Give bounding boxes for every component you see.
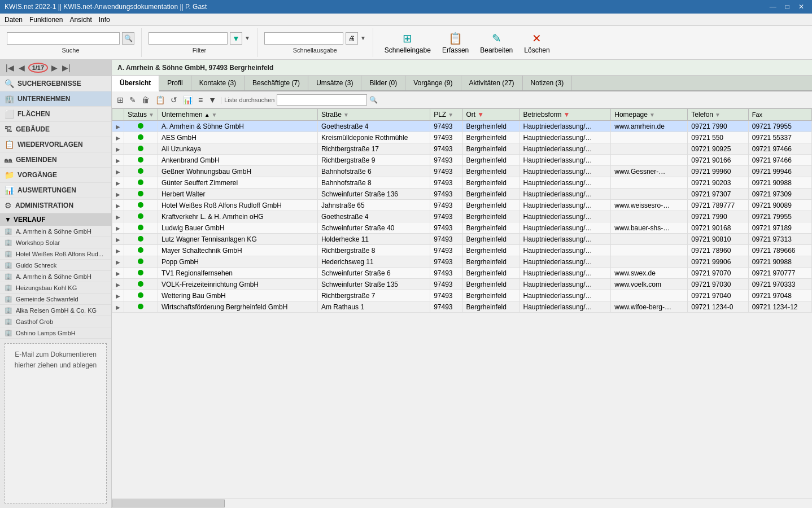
row-expand[interactable]: ▶ — [112, 234, 124, 245]
verlauf-item[interactable]: 🏢Workshop Solar — [0, 237, 111, 248]
tab-vorgaenge[interactable]: Vorgänge (9) — [405, 76, 461, 90]
schnellausgabe-print-button[interactable]: 🖨 — [346, 32, 358, 45]
table-row[interactable]: ▶ Lutz Wagner Tennisanlagen KG Holderhec… — [112, 234, 812, 245]
filter-icon[interactable]: ▼ — [230, 32, 242, 45]
col-strasse-header[interactable]: Straße ▼ — [317, 109, 430, 121]
row-expand[interactable]: ▶ — [112, 132, 124, 143]
row-expand[interactable]: ▶ — [112, 301, 124, 313]
row-expand[interactable]: ▶ — [112, 189, 124, 200]
row-expand[interactable]: ▶ — [112, 256, 124, 268]
plz-filter-icon[interactable]: ▼ — [448, 112, 453, 118]
table-row[interactable]: ▶ TV1 Regionalfernsehen Schweinfurter St… — [112, 268, 812, 279]
row-expand[interactable]: ▶ — [112, 177, 124, 189]
betriebsform-filter-icon-active[interactable]: ▼ — [564, 111, 570, 119]
schnellausgabe-dropdown[interactable]: ▼ — [360, 35, 366, 41]
erfassen-button[interactable]: 📋 Erfassen — [438, 29, 473, 56]
search-input[interactable] — [7, 32, 120, 45]
maximize-button[interactable]: □ — [782, 3, 793, 11]
verlauf-item[interactable]: 🏢Alka Reisen GmbH & Co. KG — [0, 305, 111, 316]
table-row[interactable]: ▶ Günter Seuffert Zimmerei Bahnhofstraße… — [112, 177, 812, 189]
row-expand[interactable]: ▶ — [112, 143, 124, 155]
list-tool-chart[interactable]: 📊 — [181, 95, 194, 105]
verlauf-item[interactable]: 🏢Heizungsbau Kohl KG — [0, 282, 111, 294]
sidebar-item-administration[interactable]: ⚙ ADMINISTRATION — [0, 198, 111, 213]
row-expand[interactable]: ▶ — [112, 279, 124, 290]
row-expand[interactable]: ▶ — [112, 290, 124, 301]
table-row[interactable]: ▶ Wirtschaftsförderung Bergrheinfeld Gmb… — [112, 301, 812, 313]
row-expand[interactable]: ▶ — [112, 222, 124, 234]
verlauf-item[interactable]: 🏢A. Amrhein & Söhne GmbH — [0, 226, 111, 237]
tab-umsaetze[interactable]: Umsätze (3) — [308, 76, 361, 90]
verlauf-item[interactable]: 🏢Gemeinde Schwanfeld — [0, 294, 111, 305]
tab-beschaeftigte[interactable]: Beschäftigte (7) — [245, 76, 308, 90]
verlauf-item[interactable]: 🏢Guido Schreck — [0, 260, 111, 271]
bearbeiten-button[interactable]: ✎ Bearbeiten — [475, 29, 517, 56]
menu-info[interactable]: Info — [99, 16, 110, 24]
nav-next-button[interactable]: ▶ — [50, 63, 59, 72]
sidebar-item-flaechen[interactable]: ⬜ FLÄCHEN — [0, 107, 111, 122]
list-tool-menu[interactable]: ≡ — [197, 95, 204, 105]
unternehmen-filter-icon[interactable]: ▼ — [212, 112, 217, 118]
filter-input[interactable] — [149, 32, 228, 45]
table-row[interactable]: ▶ A. Amrhein & Söhne GmbH Goethestraße 4… — [112, 121, 812, 132]
col-plz-header[interactable]: PLZ ▼ — [430, 109, 462, 121]
tab-bilder[interactable]: Bilder (0) — [361, 76, 405, 90]
row-expand[interactable]: ▶ — [112, 245, 124, 256]
ort-filter-icon-active[interactable]: ▼ — [477, 111, 484, 119]
scroll-thumb[interactable] — [112, 500, 225, 507]
sidebar-item-auswertungen[interactable]: 📊 AUSWERTUNGEN — [0, 183, 111, 198]
tab-notizen[interactable]: Notizen (3) — [523, 76, 573, 90]
table-row[interactable]: ▶ Geßner Wohnungsbau GmbH Bahnhofstraße … — [112, 166, 812, 177]
col-betriebsform-header[interactable]: Betriebsform ▼ — [519, 109, 611, 121]
table-row[interactable]: ▶ Kraftverkehr L. & H. Amrhein oHG Goeth… — [112, 211, 812, 222]
status-filter-icon[interactable]: ▼ — [149, 112, 154, 118]
list-search-button[interactable]: 🔍 — [369, 96, 378, 104]
verlauf-item[interactable]: 🏢Gasthof Grob — [0, 316, 111, 327]
sidebar-item-gebaeude[interactable]: 🏗 GEBÄUDE — [0, 122, 111, 137]
tab-uebersicht[interactable]: Übersicht — [112, 76, 159, 91]
minimize-button[interactable]: — — [766, 3, 780, 11]
nav-first-button[interactable]: |◀ — [5, 63, 15, 72]
verlauf-item[interactable]: 🏢A. Amrhein & Söhne GmbH — [0, 271, 111, 282]
list-tool-dropdown[interactable]: ▼ — [207, 95, 218, 105]
sidebar-item-unternehmen[interactable]: 🏢 UNTERNEHMEN — [0, 91, 111, 107]
sidebar-item-gemeinden[interactable]: 🏘 GEMEINDEN — [0, 152, 111, 168]
row-expand[interactable]: ▶ — [112, 200, 124, 211]
table-row[interactable]: ▶ Popp GmbH Hederichsweg 11 97493 Bergrh… — [112, 256, 812, 268]
table-row[interactable]: ▶ Herbert Walter Schweinfurter Straße 13… — [112, 189, 812, 200]
row-expand[interactable]: ▶ — [112, 211, 124, 222]
menu-funktionen[interactable]: Funktionen — [29, 16, 63, 24]
nav-prev-button[interactable]: ◀ — [18, 63, 26, 72]
bottom-scrollbar[interactable] — [112, 498, 812, 508]
list-tool-refresh[interactable]: ↺ — [169, 95, 179, 105]
verlauf-item[interactable]: 🏢Oshino Lamps GmbH — [0, 327, 111, 339]
row-expand[interactable]: ▶ — [112, 121, 124, 132]
verlauf-item[interactable]: 🏢Hotel Weißes Roß Alfons Rud... — [0, 248, 111, 260]
filter-dropdown[interactable]: ▼ — [245, 35, 250, 41]
table-row[interactable]: ▶ Ali Uzunkaya Richtbergstraße 17 97493 … — [112, 143, 812, 155]
sidebar-item-wiedervorlagen[interactable]: 📋 WIEDERVORLAGEN — [0, 137, 111, 152]
col-ort-header[interactable]: Ort ▼ — [462, 109, 519, 121]
list-tool-grid[interactable]: ⊞ — [115, 95, 125, 105]
col-status-header[interactable]: Status ▼ — [124, 109, 158, 121]
col-telefon-header[interactable]: Telefon ▼ — [688, 109, 748, 121]
table-row[interactable]: ▶ Ankenbrand GmbH Richtbergstraße 9 9749… — [112, 155, 812, 166]
table-row[interactable]: ▶ Mayer Schaltechnik GmbH Richtbergstraß… — [112, 245, 812, 256]
schnelleingabe-button[interactable]: ⊞ Schnelleingabe — [380, 29, 435, 56]
table-row[interactable]: ▶ Wettering Bau GmbH Richtbergstraße 7 9… — [112, 290, 812, 301]
list-tool-edit[interactable]: ✎ — [128, 95, 138, 105]
homepage-filter-icon[interactable]: ▼ — [649, 112, 655, 118]
sidebar-item-vorgaenge[interactable]: 📁 VORGÄNGE — [0, 168, 111, 183]
loeschen-button[interactable]: ✕ Löschen — [519, 29, 554, 56]
telefon-filter-icon[interactable]: ▼ — [715, 112, 721, 118]
row-expand[interactable]: ▶ — [112, 268, 124, 279]
menu-ansicht[interactable]: Ansicht — [69, 16, 91, 24]
tab-aktivitaeten[interactable]: Aktivitäten (27) — [461, 76, 523, 90]
tab-kontakte[interactable]: Kontakte (3) — [191, 76, 245, 90]
col-homepage-header[interactable]: Homepage ▼ — [611, 109, 688, 121]
sidebar-item-suchergebnisse[interactable]: 🔍 SUCHERGEBNISSE — [0, 76, 111, 91]
search-button[interactable]: 🔍 — [122, 32, 134, 45]
table-row[interactable]: ▶ Hotel Weißes Roß Alfons Rudloff GmbH J… — [112, 200, 812, 211]
close-button[interactable]: ✕ — [795, 3, 807, 11]
list-tool-copy[interactable]: 📋 — [154, 95, 167, 105]
